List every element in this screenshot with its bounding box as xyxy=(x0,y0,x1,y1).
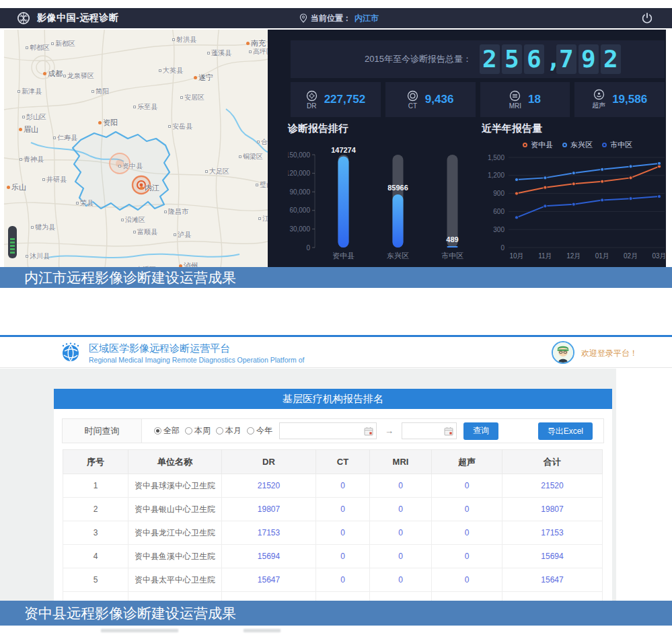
map-place-label: 遂宁 xyxy=(194,73,213,83)
dr-device-icon xyxy=(306,90,318,102)
stat-card-mri: MRI 18 xyxy=(480,82,570,117)
map-place-label: 井研县 xyxy=(42,175,67,184)
map-place-label: 乐山 xyxy=(7,182,26,192)
table-cell xyxy=(432,592,502,601)
query-button[interactable]: 查询 xyxy=(463,422,498,440)
stat-value: 227,752 xyxy=(324,93,365,106)
table-cell: 5 xyxy=(63,568,128,592)
table-cell[interactable]: 0 xyxy=(432,521,502,545)
stat-label: DR xyxy=(307,102,316,110)
table-column-header: CT xyxy=(316,450,370,474)
radio-all[interactable]: 全部 xyxy=(154,425,180,437)
map-place-label: 彭山区 xyxy=(22,112,46,122)
table-cell[interactable]: 0 xyxy=(370,498,432,521)
county-marker-icon xyxy=(257,141,260,143)
map-place-label: 蓬溪县 xyxy=(207,48,231,58)
calendar-icon[interactable] xyxy=(364,426,373,436)
ranking-table: 序号单位名称DRCTMRI超声合计 1资中县球溪中心卫生院21520000215… xyxy=(63,449,603,601)
table-cell[interactable]: 0 xyxy=(316,498,370,521)
table-cell[interactable]: 15694 xyxy=(502,545,603,568)
table-cell[interactable]: 0 xyxy=(316,521,370,545)
table-cell[interactable]: 0 xyxy=(432,474,502,498)
table-cell[interactable]: 0 xyxy=(432,568,502,592)
svg-text:147274: 147274 xyxy=(331,146,357,154)
county-marker-icon xyxy=(26,255,28,258)
county-marker-icon xyxy=(118,165,121,167)
table-row: 2资中县银山中心卫生院1980700019807 xyxy=(63,498,603,521)
location-label: 当前位置： xyxy=(311,13,351,24)
stat-value: 19,586 xyxy=(612,93,647,106)
region-map[interactable]: 郫都区新都区射洪县蓬溪县南充高坪区成都龙泉驿区大英县遂宁新津县简阳安居区乐至县彭… xyxy=(4,30,268,268)
table-cell[interactable]: 15694 xyxy=(222,545,316,568)
table-cell[interactable]: 0 xyxy=(370,474,432,498)
county-marker-icon xyxy=(133,106,136,108)
table-cell[interactable]: 17153 xyxy=(502,521,603,545)
user-avatar[interactable] xyxy=(552,341,574,364)
counter-digit: 2 xyxy=(601,44,621,74)
calendar-icon[interactable] xyxy=(444,426,453,436)
map-place-label: 内江 xyxy=(140,183,159,193)
county-marker-icon xyxy=(239,155,241,158)
svg-text:01月: 01月 xyxy=(595,252,609,260)
table-cell[interactable]: 0 xyxy=(370,568,432,592)
stat-value: 9,436 xyxy=(425,93,454,106)
map-place-label: 沿滩区 xyxy=(121,215,145,225)
county-marker-icon xyxy=(207,52,210,54)
table-cell[interactable]: 0 xyxy=(370,521,432,545)
table-cell[interactable]: 0 xyxy=(316,568,370,592)
date-from-input[interactable] xyxy=(279,422,377,439)
date-to-input[interactable] xyxy=(402,422,457,439)
map-place-label: 铜梁区 xyxy=(239,152,263,161)
map-place-label: 仁寿县 xyxy=(53,133,77,143)
table-row: 1资中县球溪中心卫生院2152000021520 xyxy=(63,474,603,498)
bar-chart-report-ranking: 诊断报告排行 150,000120,00090,00060,00030,0000… xyxy=(288,122,480,266)
map-place-label: 安岳县 xyxy=(168,122,192,131)
svg-text:0: 0 xyxy=(500,244,505,252)
svg-text:10月: 10月 xyxy=(509,252,523,260)
radio-this-month[interactable]: 本月 xyxy=(216,425,241,437)
table-row: 5资中县太平中心卫生院1564700015647 xyxy=(63,568,603,592)
map-zoom-slider[interactable] xyxy=(8,226,17,258)
table-cell[interactable]: 15647 xyxy=(502,568,603,592)
table-cell[interactable]: 0 xyxy=(432,545,502,568)
radio-this-week[interactable]: 本周 xyxy=(185,425,211,437)
svg-text:03月: 03月 xyxy=(652,252,666,260)
table-cell[interactable]: 19807 xyxy=(502,498,603,521)
map-place-label: 资中县 xyxy=(118,161,143,171)
table-cell[interactable]: 0 xyxy=(432,498,502,521)
table-cell xyxy=(128,592,222,601)
stat-label: 超声 xyxy=(592,101,605,110)
county-marker-icon xyxy=(180,96,183,99)
county-marker-icon xyxy=(174,233,176,236)
radio-dot xyxy=(185,427,192,435)
table-cell[interactable]: 0 xyxy=(370,545,432,568)
map-place-label: 合川 xyxy=(257,137,268,147)
map-place-label: 江津区 xyxy=(258,214,268,223)
table-cell[interactable]: 15647 xyxy=(222,568,316,592)
table-cell xyxy=(316,592,370,601)
county-marker-icon xyxy=(53,137,56,139)
power-icon[interactable] xyxy=(641,12,653,24)
svg-text:600: 600 xyxy=(493,208,505,215)
map-place-label: 资阳 xyxy=(98,118,118,128)
time-query-label: 时间查询 xyxy=(63,419,142,443)
location-value[interactable]: 内江市 xyxy=(354,13,379,24)
current-location: 当前位置： 内江市 xyxy=(299,8,379,28)
export-excel-button[interactable]: 导出Excel xyxy=(538,422,593,440)
table-row: 3资中县龙江中心卫生院1715300017153 xyxy=(63,521,603,545)
table-cell[interactable]: 21520 xyxy=(502,474,603,498)
radio-this-year[interactable]: 今年 xyxy=(247,425,272,437)
map-place-label: 郫都区 xyxy=(26,43,50,52)
ranking-card-title: 基层医疗机构报告排名 xyxy=(54,389,612,409)
table-cell[interactable]: 0 xyxy=(316,545,370,568)
table-cell[interactable]: 21520 xyxy=(222,474,316,498)
county-marker-icon xyxy=(20,158,22,161)
table-cell[interactable]: 17153 xyxy=(222,521,316,545)
table-cell[interactable]: 0 xyxy=(316,474,370,498)
county-marker-icon xyxy=(51,42,54,45)
county-marker-icon xyxy=(159,69,161,72)
svg-text:60,000: 60,000 xyxy=(289,207,310,214)
table-cell xyxy=(502,592,603,601)
table-cell[interactable]: 19807 xyxy=(222,498,316,521)
svg-text:85966: 85966 xyxy=(387,184,408,192)
